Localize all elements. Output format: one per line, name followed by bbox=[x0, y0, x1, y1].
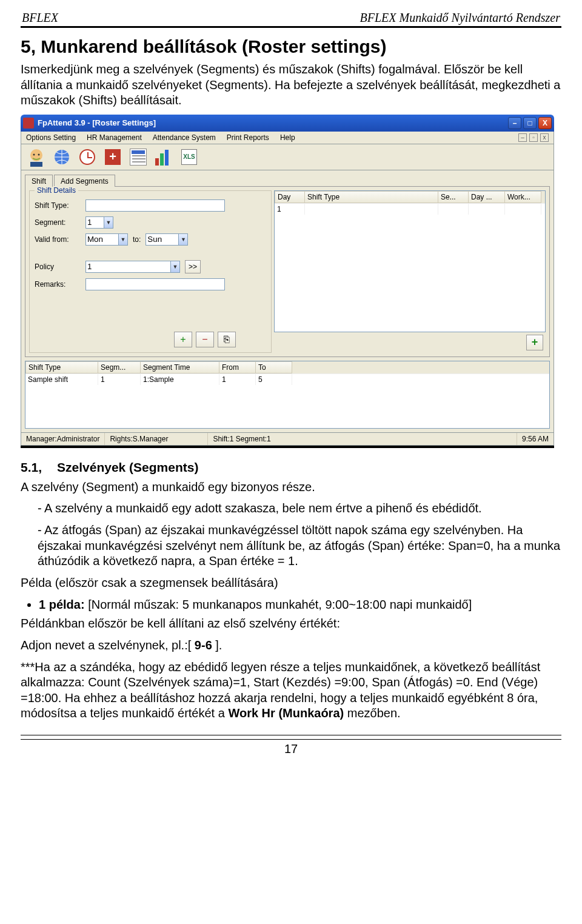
doc-header-right: BFLEX Munkaidő Nyilvántartó Rendszer bbox=[360, 11, 560, 25]
body-paragraph: A szelvény (Segment) a munkaidő egy bizo… bbox=[21, 480, 561, 495]
section-heading: 5, Munkarend beállítások (Roster setting… bbox=[21, 36, 561, 57]
grid-add-button[interactable]: + bbox=[526, 335, 543, 350]
column-header[interactable]: Day bbox=[275, 191, 305, 203]
table-cell: 1:Sample bbox=[141, 374, 219, 385]
chart-icon[interactable] bbox=[153, 147, 174, 167]
face-icon[interactable] bbox=[26, 147, 47, 167]
column-header[interactable]: Segm... bbox=[98, 361, 141, 373]
table-cell: 1 bbox=[275, 204, 305, 215]
chevron-down-icon[interactable]: ▼ bbox=[178, 233, 188, 246]
table-row[interactable]: Sample shift11:Sample15 bbox=[25, 373, 549, 385]
body-paragraph: ***Ha az a szándéka, hogy az ebédidő leg… bbox=[21, 660, 561, 721]
valid-from-label: Valid from: bbox=[35, 235, 81, 244]
menu-options[interactable]: Options Setting bbox=[26, 133, 76, 142]
close-button[interactable]: X bbox=[538, 117, 552, 129]
status-rights: Rights:S.Manager bbox=[105, 433, 208, 445]
table-cell: 5 bbox=[256, 374, 292, 385]
minimize-button[interactable]: – bbox=[508, 117, 521, 129]
column-header[interactable]: Day ... bbox=[469, 191, 505, 203]
day-grid[interactable]: DayShift TypeSe...Day ...Work... 1 bbox=[274, 190, 546, 332]
footer-rule-2 bbox=[21, 739, 561, 740]
mdi-restore-icon[interactable]: ▫ bbox=[529, 133, 538, 142]
mdi-close-icon[interactable]: x bbox=[540, 133, 549, 142]
policy-more-button[interactable]: >> bbox=[185, 260, 201, 273]
toolbar: + XLS bbox=[21, 144, 554, 170]
tab-add-segments[interactable]: Add Segments bbox=[54, 175, 115, 187]
mdi-minimize-icon[interactable]: – bbox=[518, 133, 527, 142]
column-header[interactable]: To bbox=[256, 361, 292, 373]
add-row-button[interactable]: + bbox=[174, 332, 192, 347]
page-number: 17 bbox=[21, 742, 561, 756]
svg-point-1 bbox=[33, 153, 35, 155]
mdi-controls: – ▫ x bbox=[518, 133, 549, 142]
svg-point-2 bbox=[38, 153, 40, 155]
menu-attendance[interactable]: Attendance System bbox=[153, 133, 216, 142]
body-paragraph: Adjon nevet a szelvénynek, pl.:[ 9-6 ]. bbox=[21, 638, 561, 654]
valid-to-input[interactable] bbox=[146, 233, 178, 246]
header-rule bbox=[21, 26, 561, 28]
doc-header-left: BFLEX bbox=[22, 11, 58, 25]
to-label: to: bbox=[133, 235, 141, 244]
table-cell bbox=[505, 204, 541, 215]
example-lead: Példa (először csak a szegmensek beállít… bbox=[21, 575, 561, 591]
table-cell: Sample shift bbox=[25, 374, 98, 385]
table-cell bbox=[438, 204, 469, 215]
shift-details-legend: Shift Details bbox=[35, 186, 78, 195]
export-xls-icon[interactable]: XLS bbox=[179, 147, 199, 167]
table-cell: 1 bbox=[98, 374, 141, 385]
column-header[interactable]: Segment Time bbox=[141, 361, 219, 373]
column-header[interactable]: Shift Type bbox=[305, 191, 438, 203]
chevron-down-icon[interactable]: ▼ bbox=[104, 216, 113, 229]
shift-details-group: Shift Details Shift Type: Segment: ▼ V bbox=[29, 190, 272, 353]
remarks-label: Remarks: bbox=[35, 280, 81, 289]
table-cell bbox=[305, 204, 438, 215]
subsection-heading: 5.1,Szelvények (Segments) bbox=[21, 460, 561, 475]
calendar-icon[interactable] bbox=[128, 147, 149, 167]
clock-icon[interactable] bbox=[77, 147, 98, 167]
tab-shift[interactable]: Shift bbox=[25, 175, 53, 187]
window-title: FpAttend 3.9 - [Roster Settings] bbox=[38, 118, 504, 127]
plus-icon[interactable]: + bbox=[102, 147, 123, 167]
menubar: Options Setting HR Management Attendance… bbox=[21, 132, 554, 144]
segment-grid[interactable]: Shift TypeSegm...Segment TimeFromTo Samp… bbox=[25, 361, 550, 429]
chevron-down-icon[interactable]: ▼ bbox=[170, 261, 180, 273]
maximize-button[interactable]: □ bbox=[523, 117, 537, 129]
example-bullet: 1 példa: [Normál műszak: 5 munkanapos mu… bbox=[39, 597, 561, 612]
menu-hr[interactable]: HR Management bbox=[87, 133, 142, 142]
status-shift: Shift:1 Segment:1 bbox=[208, 433, 517, 445]
footer-rule-1 bbox=[21, 735, 561, 735]
status-manager: Manager:Administrator bbox=[21, 433, 105, 445]
remarks-input[interactable] bbox=[85, 278, 225, 290]
valid-from-input[interactable] bbox=[85, 233, 118, 246]
titlebar: FpAttend 3.9 - [Roster Settings] – □ X bbox=[21, 115, 554, 132]
column-header[interactable]: From bbox=[219, 361, 256, 373]
menu-help[interactable]: Help bbox=[280, 133, 295, 142]
shift-type-input[interactable] bbox=[85, 199, 225, 212]
column-header[interactable]: Shift Type bbox=[25, 361, 98, 373]
status-time: 9:56 AM bbox=[517, 433, 554, 445]
segment-label: Segment: bbox=[35, 218, 81, 227]
menu-print[interactable]: Print Reports bbox=[227, 133, 269, 142]
column-header[interactable]: Work... bbox=[505, 191, 541, 203]
table-cell: 1 bbox=[219, 374, 256, 385]
shift-type-label: Shift Type: bbox=[35, 201, 81, 210]
table-cell bbox=[469, 204, 505, 215]
segment-input[interactable] bbox=[85, 216, 104, 229]
policy-input[interactable] bbox=[85, 261, 170, 273]
column-header[interactable]: Se... bbox=[438, 191, 469, 203]
app-window: FpAttend 3.9 - [Roster Settings] – □ X O… bbox=[21, 115, 554, 448]
svg-rect-3 bbox=[30, 162, 42, 167]
app-icon bbox=[23, 118, 34, 129]
body-paragraph: - A szelvény a munkaidő egy adott szakas… bbox=[21, 501, 561, 517]
globe-icon[interactable] bbox=[52, 147, 72, 167]
body-paragraph: Példánkban először be kell állítani az e… bbox=[21, 616, 561, 632]
intro-paragraph: Ismerkedjünk meg a szelvények (Segments)… bbox=[21, 62, 561, 109]
status-bar: Manager:Administrator Rights:S.Manager S… bbox=[21, 433, 554, 446]
body-paragraph: - Az átfogás (Span) az éjszakai munkavég… bbox=[21, 523, 561, 569]
remove-row-button[interactable]: − bbox=[196, 332, 214, 347]
table-row[interactable]: 1 bbox=[275, 203, 545, 215]
duplicate-row-button[interactable]: ⎘ bbox=[218, 332, 236, 347]
policy-label: Policy bbox=[35, 263, 81, 271]
chevron-down-icon[interactable]: ▼ bbox=[118, 233, 128, 246]
